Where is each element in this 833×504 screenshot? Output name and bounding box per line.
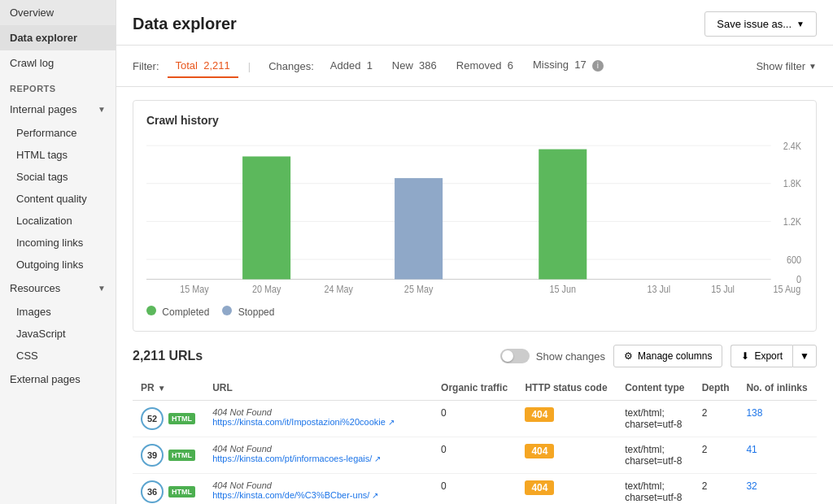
filter-divider: | (248, 60, 251, 72)
url-link[interactable]: https://kinsta.com/it/Impostazioni%20coo… (212, 417, 425, 427)
url-count: 2,211 URLs (133, 349, 203, 363)
th-inlinks: No. of inlinks (738, 376, 817, 401)
table-row: 36 HTML 404 Not Found https://kinsta.com… (133, 474, 817, 505)
filter-tab-missing[interactable]: Missing 17 i (525, 54, 612, 78)
svg-text:15 Jul: 15 Jul (711, 285, 735, 295)
pr-value: 36 (141, 480, 164, 503)
url-cell: 404 Not Found https://kinsta.com/it/Impo… (204, 401, 433, 437)
html-badge: HTML (168, 413, 195, 424)
url-title: 404 Not Found (212, 407, 425, 417)
chevron-down-icon: ▼ (809, 62, 817, 71)
completed-legend-dot (146, 306, 156, 315)
inlinks-link[interactable]: 138 (746, 407, 762, 419)
export-button[interactable]: ⬇ Export (731, 345, 792, 367)
url-title: 404 Not Found (212, 480, 425, 490)
sidebar-item-crawl-log[interactable]: Crawl log (0, 50, 116, 76)
info-icon[interactable]: i (592, 60, 604, 72)
svg-rect-7 (539, 150, 587, 280)
export-dropdown-button[interactable]: ▼ (792, 345, 817, 367)
url-table-section: 2,211 URLs Show changes ⚙ Manage columns… (133, 345, 817, 504)
filter-bar: Filter: Total 2,211 | Changes: Added 1 N… (116, 46, 833, 87)
url-link[interactable]: https://kinsta.com/pt/informacoes-legais… (212, 454, 425, 463)
organic-traffic-cell: 0 (433, 437, 517, 474)
content-type-cell: text/html; charset=utf-8 (617, 401, 694, 437)
url-data-table: PR ▼ URL Organic traffic HTTP status cod… (133, 376, 817, 504)
svg-text:600: 600 (787, 254, 801, 265)
sidebar-item-content-quality[interactable]: Content quality (0, 188, 116, 210)
inlinks-link[interactable]: 41 (746, 444, 757, 455)
svg-rect-6 (395, 178, 443, 279)
sidebar-item-localization[interactable]: Localization (0, 210, 116, 232)
manage-columns-button[interactable]: ⚙ Manage columns (613, 345, 722, 367)
inlinks-cell: 32 (738, 474, 817, 505)
show-changes-toggle[interactable] (500, 349, 530, 363)
filter-left: Filter: Total 2,211 | Changes: Added 1 N… (133, 54, 612, 78)
svg-text:24 May: 24 May (324, 285, 353, 295)
http-status-cell: 404 (517, 474, 617, 505)
depth-cell: 2 (694, 401, 739, 437)
sidebar-item-overview[interactable]: Overview (0, 0, 116, 25)
content-type-cell: text/html; charset=utf-8 (617, 474, 694, 505)
export-group: ⬇ Export ▼ (731, 345, 817, 367)
completed-legend-label: Completed (162, 306, 209, 318)
th-http-status: HTTP status code (517, 376, 617, 401)
crawl-history-chart: 15 May 20 May 24 May 25 May 15 Jun 13 Ju… (146, 137, 803, 299)
sidebar-item-data-explorer[interactable]: Data explorer (0, 25, 116, 50)
url-link[interactable]: https://kinsta.com/de/%C3%BCber-uns/ ↗ (212, 490, 425, 500)
svg-text:25 May: 25 May (404, 285, 434, 295)
html-badge: HTML (168, 450, 195, 461)
chart-svg: 15 May 20 May 24 May 25 May 15 Jun 13 Ju… (146, 137, 803, 299)
crawl-history-section: Crawl history 15 May 20 May 24 May 25 (133, 100, 817, 332)
table-header-row: PR ▼ URL Organic traffic HTTP status cod… (133, 376, 817, 401)
filter-tab-new[interactable]: New 386 (384, 54, 445, 78)
chevron-down-icon: ▼ (98, 105, 106, 114)
pr-cell: 39 HTML (133, 437, 204, 474)
export-icon: ⬇ (741, 350, 749, 362)
inlinks-cell: 41 (738, 437, 817, 474)
sidebar-item-outgoing-links[interactable]: Outgoing links (0, 254, 116, 276)
svg-rect-5 (242, 156, 290, 279)
sidebar-item-internal-pages[interactable]: Internal pages ▼ (0, 97, 116, 122)
inlinks-cell: 138 (738, 401, 817, 437)
svg-text:1.8K: 1.8K (783, 179, 802, 189)
filter-label: Filter: (133, 60, 159, 72)
sidebar-item-social-tags[interactable]: Social tags (0, 166, 116, 188)
toggle-knob (502, 350, 513, 362)
url-section-header: 2,211 URLs Show changes ⚙ Manage columns… (133, 345, 817, 367)
svg-text:1.2K: 1.2K (783, 216, 802, 227)
th-url: URL (204, 376, 433, 401)
sidebar-item-images[interactable]: Images (0, 301, 116, 323)
sidebar-item-incoming-links[interactable]: Incoming links (0, 232, 116, 254)
chevron-down-icon: ▼ (98, 284, 106, 293)
th-organic-traffic: Organic traffic (433, 376, 517, 401)
sidebar-item-external-pages[interactable]: External pages (0, 367, 116, 392)
stopped-legend-dot (222, 306, 232, 315)
pr-value: 52 (141, 407, 164, 430)
sort-arrow-icon: ▼ (158, 384, 166, 393)
external-link-icon: ↗ (374, 454, 381, 463)
organic-traffic-cell: 0 (433, 474, 517, 505)
page-title: Data explorer (133, 15, 237, 33)
pr-cell: 36 HTML (133, 474, 204, 505)
svg-text:15 Aug: 15 Aug (773, 285, 800, 295)
th-pr[interactable]: PR ▼ (133, 376, 204, 401)
filter-tab-removed[interactable]: Removed 6 (448, 54, 521, 78)
sidebar-item-html-tags[interactable]: HTML tags (0, 144, 116, 166)
sidebar-item-css[interactable]: CSS (0, 345, 116, 367)
stopped-legend-label: Stopped (238, 306, 275, 318)
show-changes-label: Show changes (536, 350, 605, 363)
svg-text:20 May: 20 May (252, 285, 281, 295)
status-badge: 404 (525, 407, 554, 422)
sidebar-item-performance[interactable]: Performance (0, 122, 116, 144)
svg-text:15 Jun: 15 Jun (550, 285, 576, 295)
sidebar-item-resources[interactable]: Resources ▼ (0, 276, 116, 301)
filter-tab-total[interactable]: Total 2,211 (168, 54, 238, 78)
sidebar-item-javascript[interactable]: JavaScript (0, 323, 116, 345)
http-status-cell: 404 (517, 401, 617, 437)
show-filter-button[interactable]: Show filter ▼ (756, 60, 817, 72)
inlinks-link[interactable]: 32 (746, 480, 757, 492)
filter-tab-added[interactable]: Added 1 (322, 54, 381, 78)
pr-value: 39 (141, 444, 164, 467)
svg-text:2.4K: 2.4K (783, 141, 802, 151)
save-issue-button[interactable]: Save issue as... ▼ (704, 11, 817, 37)
